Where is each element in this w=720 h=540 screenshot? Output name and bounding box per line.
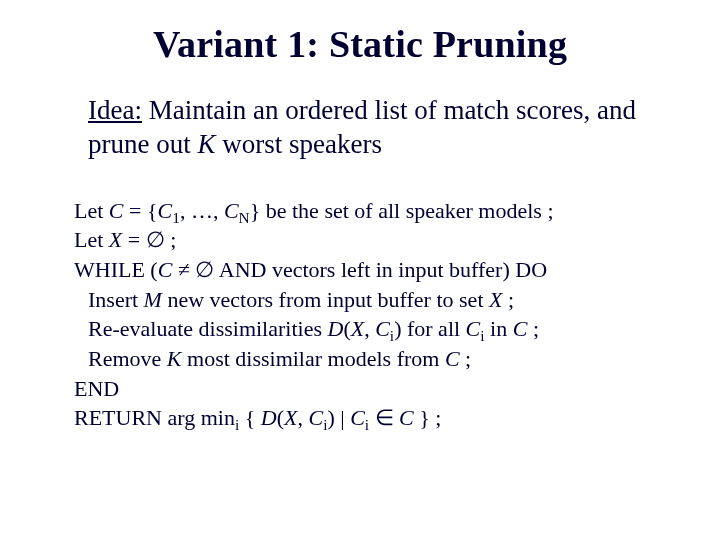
algo-line-2: Let X = ∅ ; [74, 225, 660, 255]
algo-line-5: Re-evaluate dissimilarities D(X, Ci) for… [74, 314, 660, 344]
var-Ci: C [375, 316, 390, 341]
var-X: X [489, 287, 502, 312]
text: ≠ [172, 257, 195, 282]
var-D: D [328, 316, 344, 341]
idea-K: K [197, 129, 215, 159]
var-C: C [399, 405, 414, 430]
var-Ci: C [308, 405, 323, 430]
emptyset-icon: ∅ [146, 227, 165, 252]
text: , …, [180, 198, 224, 223]
var-CN: C [224, 198, 239, 223]
idea-paragraph: Idea: Maintain an ordered list of match … [60, 94, 660, 162]
algo-line-3: WHILE (C ≠ ∅ AND vectors left in input b… [74, 255, 660, 285]
slide: Variant 1: Static Pruning Idea: Maintain… [0, 0, 720, 540]
text: } be the set of all speaker models ; [250, 198, 554, 223]
var-C1: C [157, 198, 172, 223]
text: ; [527, 316, 539, 341]
text: = [122, 227, 145, 252]
text: ( [277, 405, 284, 430]
var-C: C [513, 316, 528, 341]
var-K: K [167, 346, 182, 371]
var-M: M [144, 287, 162, 312]
var-X: X [284, 405, 297, 430]
text: , [364, 316, 375, 341]
sub-N: N [239, 209, 250, 226]
text: in [485, 316, 513, 341]
text: , [297, 405, 308, 430]
text: Let [74, 198, 109, 223]
text: Insert [88, 287, 144, 312]
text: ( [343, 316, 350, 341]
idea-text-2: worst speakers [216, 129, 382, 159]
text: ; [165, 227, 177, 252]
text: WHILE ( [74, 257, 158, 282]
algo-line-8: RETURN arg mini { D(X, Ci) | Ci ∈ C } ; [74, 403, 660, 433]
var-D: D [261, 405, 277, 430]
text: most dissimilar models from [182, 346, 445, 371]
var-C: C [158, 257, 173, 282]
text: Let [74, 227, 109, 252]
emptyset-icon: ∅ [195, 257, 214, 282]
idea-label: Idea: [88, 95, 142, 125]
var-Ci: C [350, 405, 365, 430]
text: ) for all [394, 316, 465, 341]
algo-line-4: Insert M new vectors from input buffer t… [74, 285, 660, 315]
algo-line-6: Remove K most dissimilar models from C ; [74, 344, 660, 374]
algo-line-7: END [74, 374, 660, 404]
text: ∈ [369, 405, 399, 430]
text: new vectors from input buffer to set [162, 287, 489, 312]
algo-line-1: Let C = {C1, …, CN} be the set of all sp… [74, 196, 660, 226]
text: { [239, 405, 261, 430]
text: ; [502, 287, 514, 312]
text: } ; [414, 405, 442, 430]
var-X: X [351, 316, 364, 341]
slide-title: Variant 1: Static Pruning [60, 22, 660, 66]
var-C: C [445, 346, 460, 371]
text: Re-evaluate dissimilarities [88, 316, 328, 341]
text: RETURN arg min [74, 405, 235, 430]
text: ; [460, 346, 472, 371]
var-Ci: C [466, 316, 481, 341]
var-C: C [109, 198, 124, 223]
text: = { [124, 198, 158, 223]
var-X: X [109, 227, 122, 252]
sub-1: 1 [172, 209, 180, 226]
text: Remove [88, 346, 167, 371]
algorithm-block: Let C = {C1, …, CN} be the set of all sp… [60, 196, 660, 434]
text: AND vectors left in input buffer) DO [214, 257, 547, 282]
text: ) | [327, 405, 350, 430]
